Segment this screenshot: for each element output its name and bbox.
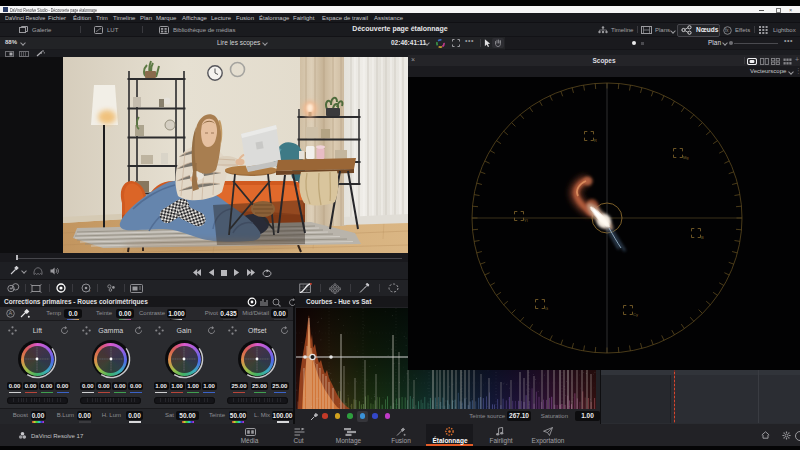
svg-text:Mg: Mg: [683, 155, 689, 160]
svg-text:Cy: Cy: [633, 312, 638, 317]
svg-text:B: B: [701, 235, 704, 240]
svg-text:G: G: [545, 306, 548, 311]
svg-text:fx: fx: [725, 28, 729, 33]
svg-text:v: v: [89, 289, 91, 293]
svg-text:Yl: Yl: [524, 218, 528, 223]
svg-text:A: A: [9, 310, 13, 316]
svg-text:R: R: [594, 138, 597, 143]
